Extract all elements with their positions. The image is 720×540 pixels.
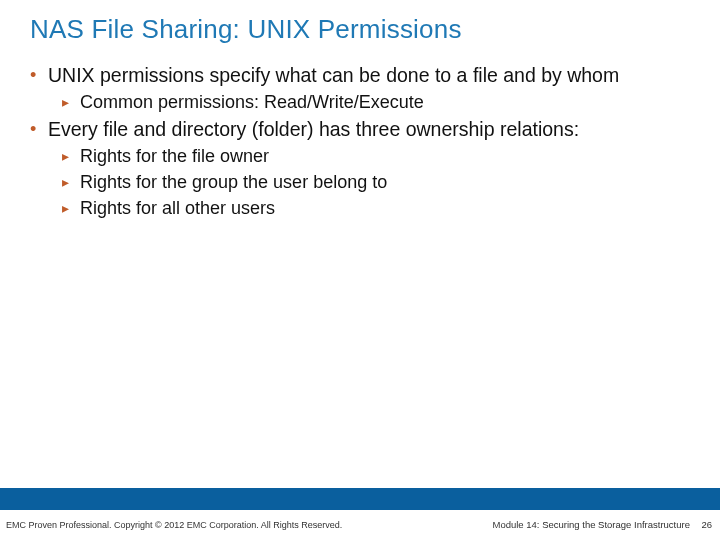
bullet-dot-icon: • xyxy=(30,116,48,142)
footer-bar xyxy=(0,488,720,510)
footer-module: Module 14: Securing the Storage Infrastr… xyxy=(492,519,690,530)
bullet-text: Rights for the file owner xyxy=(80,144,269,168)
bullet-text: UNIX permissions specify what can be don… xyxy=(48,62,619,88)
bullet-text: Every file and directory (folder) has th… xyxy=(48,116,579,142)
footer-copyright: EMC Proven Professional. Copyright © 201… xyxy=(6,520,342,530)
bullet-arrow-icon: ▸ xyxy=(62,90,80,114)
slide: NAS File Sharing: UNIX Permissions • UNI… xyxy=(0,0,720,540)
bullet-arrow-icon: ▸ xyxy=(62,196,80,220)
bullet-text: Rights for the group the user belong to xyxy=(80,170,387,194)
bullet-level1: • Every file and directory (folder) has … xyxy=(30,116,700,142)
bullet-level2: ▸ Rights for the file owner xyxy=(62,144,700,168)
bullet-text: Common permissions: Read/Write/Execute xyxy=(80,90,424,114)
bullet-dot-icon: • xyxy=(30,62,48,88)
slide-body: • UNIX permissions specify what can be d… xyxy=(30,62,700,222)
bullet-level2: ▸ Rights for all other users xyxy=(62,196,700,220)
bullet-level2: ▸ Common permissions: Read/Write/Execute xyxy=(62,90,700,114)
bullet-level2: ▸ Rights for the group the user belong t… xyxy=(62,170,700,194)
bullet-text: Rights for all other users xyxy=(80,196,275,220)
bullet-arrow-icon: ▸ xyxy=(62,170,80,194)
page-number: 26 xyxy=(701,519,712,530)
bullet-level1: • UNIX permissions specify what can be d… xyxy=(30,62,700,88)
bullet-arrow-icon: ▸ xyxy=(62,144,80,168)
slide-title: NAS File Sharing: UNIX Permissions xyxy=(30,14,462,45)
